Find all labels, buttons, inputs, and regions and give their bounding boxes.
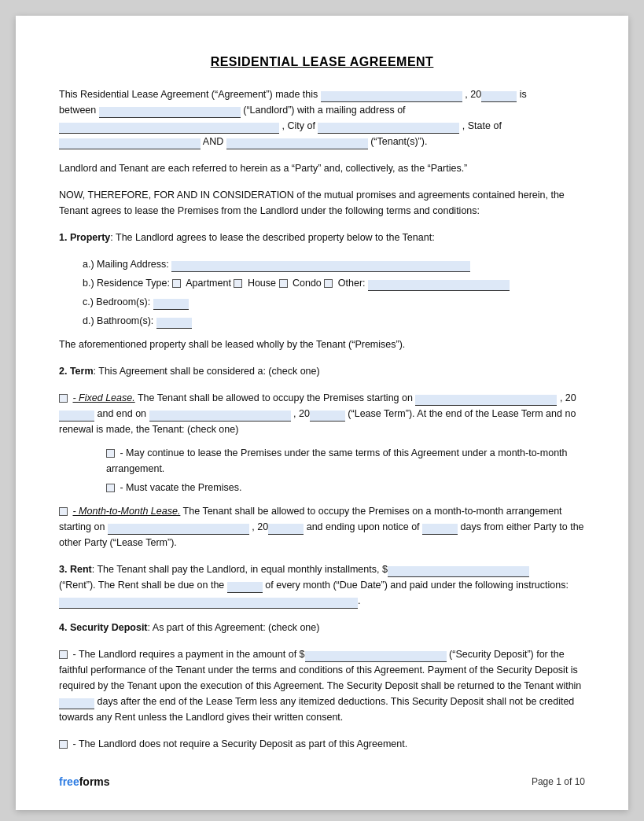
mailing-address-field[interactable] [59, 123, 279, 134]
section1-text: : The Landlord agrees to lease the descr… [110, 232, 434, 243]
state-field[interactable] [59, 138, 201, 149]
lease-end-year[interactable] [310, 410, 345, 422]
section3-header: 3. Rent [59, 564, 92, 575]
section3-text1: : The Tenant shall pay the Landlord, in … [92, 564, 388, 575]
option2-line: - Must vacate the Premises. [106, 480, 585, 495]
lease-start-field[interactable] [415, 395, 557, 406]
section3-text3: of every month (“Due Date”) and paid und… [265, 580, 569, 591]
section1-footer: The aforementioned property shall be lea… [59, 337, 585, 352]
fixed-lease-label: - Fixed Lease. [72, 392, 134, 403]
month-to-month-block: - Month-to-Month Lease. The Tenant shall… [59, 503, 585, 550]
fixed-text3: and end on [97, 408, 146, 419]
apartment-label: Apartment [186, 278, 231, 289]
intro-text-4a: AND [203, 136, 223, 147]
landlord-name-field[interactable] [99, 107, 241, 118]
other-input[interactable] [368, 280, 510, 291]
section2-header-line: 2. Term: This Agreement shall be conside… [59, 363, 585, 379]
month-label: - Month-to-Month Lease. [72, 506, 180, 517]
intro-text-1b: , 20 [465, 89, 481, 100]
mailing-address-input[interactable] [171, 261, 470, 272]
checkbox-vacate[interactable] [106, 484, 115, 492]
section4-opt1-text3: days after the end of the Lease Term les… [59, 696, 574, 723]
option1-line: - May continue to lease the Premises und… [106, 445, 585, 477]
security-deposit-amount[interactable] [305, 651, 447, 662]
year-field[interactable] [481, 91, 517, 102]
section1-header: 1. Property [59, 232, 110, 243]
intro-paragraph: This Residential Lease Agreement (“Agree… [59, 87, 585, 149]
payment-instructions-field[interactable] [59, 598, 358, 609]
section3-period: . [358, 595, 360, 606]
section4-header-line: 4. Security Deposit: As part of this Agr… [59, 620, 585, 635]
condo-label: Condo [293, 278, 322, 289]
month-start-year[interactable] [268, 524, 304, 535]
section1-d-label: d.) Bathroom(s): [83, 315, 153, 326]
notice-days-field[interactable] [422, 524, 458, 535]
intro-text-3a: , City of [282, 120, 315, 131]
month-text2: , 20 [252, 521, 268, 532]
section1-header-line: 1. Property: The Landlord agrees to leas… [59, 230, 585, 245]
section4-opt1-text1: - The Landlord requires a payment in the… [72, 649, 304, 660]
brand-free: free [59, 775, 79, 788]
section3-block: 3. Rent: The Tenant shall pay the Landlo… [59, 561, 585, 609]
month-text3: and ending upon notice of [307, 521, 420, 532]
checkbox-security-deposit[interactable] [59, 650, 68, 659]
bedrooms-input[interactable] [153, 299, 189, 310]
section1-b-label: b.) Residence Type: [83, 278, 170, 289]
lease-end-field[interactable] [149, 410, 291, 422]
section1-c: c.) Bedroom(s): [83, 294, 585, 310]
intro-text-4b: (“Tenant(s)”). [370, 136, 427, 147]
month-start-field[interactable] [108, 524, 249, 535]
section4-option2: - The Landlord does not require a Securi… [59, 736, 585, 752]
section4-text: : As part of this Agreement: (check one) [148, 622, 320, 633]
fixed-lease-block: - Fixed Lease. The Tenant shall be allow… [59, 390, 585, 437]
section3-text2: (“Rent”). The Rent shall be due on the [59, 580, 224, 591]
section1-b: b.) Residence Type: Apartment House Cond… [83, 275, 585, 291]
checkbox-fixed-lease[interactable] [59, 394, 68, 403]
bathrooms-input[interactable] [156, 318, 192, 329]
brand-forms: forms [79, 775, 110, 788]
section4-option1: - The Landlord requires a payment in the… [59, 646, 585, 725]
document-page: RESIDENTIAL LEASE AGREEMENT This Residen… [16, 16, 628, 810]
checkbox-condo[interactable] [279, 279, 288, 288]
consideration-paragraph: NOW, THEREFORE, FOR AND IN CONSIDERATION… [59, 187, 585, 219]
parties-paragraph: Landlord and Tenant are each referred to… [59, 160, 585, 176]
section2-text: : This Agreement shall be considered a: … [94, 366, 320, 377]
other-label: Other: [338, 278, 366, 289]
lease-start-year[interactable] [59, 410, 94, 422]
tenant-name-field[interactable] [226, 138, 368, 149]
checkbox-house[interactable] [234, 279, 242, 288]
intro-text-3b: , State of [462, 120, 502, 131]
fixed-text2: , 20 [560, 392, 576, 403]
fixed-text4: , 20 [293, 408, 310, 419]
intro-text-1a: This Residential Lease Agreement (“Agree… [59, 89, 318, 100]
checkbox-apartment[interactable] [172, 279, 181, 288]
date-field[interactable] [321, 91, 462, 102]
document-title: RESIDENTIAL LEASE AGREEMENT [59, 55, 585, 69]
section4-header: 4. Security Deposit [59, 622, 148, 633]
option2-text: - Must vacate the Premises. [120, 482, 241, 493]
checkbox-other[interactable] [324, 279, 333, 288]
intro-text-1c: is [520, 89, 527, 100]
intro-text-2b: (“Landlord”) with a mailing address of [243, 105, 405, 116]
house-label: House [248, 278, 276, 289]
checkbox-month-lease[interactable] [59, 507, 68, 516]
page-number: Page 1 of 10 [532, 776, 585, 787]
document-footer: freeforms Page 1 of 10 [59, 775, 585, 788]
rent-amount-field[interactable] [388, 566, 529, 577]
checkbox-no-security-deposit[interactable] [59, 740, 68, 749]
section1-a-label: a.) Mailing Address: [83, 259, 169, 270]
due-date-field[interactable] [227, 582, 263, 593]
section2-header: 2. Term [59, 366, 94, 377]
intro-text-2a: between [59, 105, 96, 116]
checkbox-continue-lease[interactable] [106, 449, 115, 458]
fixed-lease-options: - May continue to lease the Premises und… [106, 445, 585, 495]
section1-d: d.) Bathroom(s): [83, 313, 585, 329]
fixed-lease-text1: The Tenant shall be allowed to occupy th… [138, 392, 413, 403]
brand-logo: freeforms [59, 775, 110, 788]
section4-opt2-text: - The Landlord does not require a Securi… [72, 738, 407, 749]
option1-text: - May continue to lease the Premises und… [106, 447, 568, 474]
return-days-field[interactable] [59, 698, 94, 709]
city-field[interactable] [318, 123, 459, 134]
section1-c-label: c.) Bedroom(s): [83, 296, 150, 307]
section1-items: a.) Mailing Address: b.) Residence Type:… [83, 256, 585, 329]
